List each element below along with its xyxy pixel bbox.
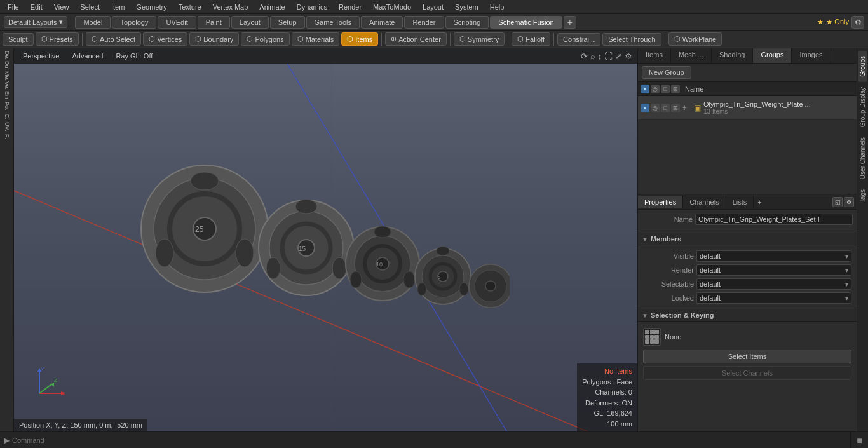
sidebar-tool-po[interactable]: Po: [1, 102, 13, 111]
add-props-tab-button[interactable]: + [754, 196, 765, 208]
layout-select[interactable]: Default Layouts ▾ [4, 16, 67, 28]
tab-layout[interactable]: Layout [231, 16, 269, 29]
tab-items[interactable]: Items [638, 48, 671, 63]
menu-dynamics[interactable]: Dynamics [292, 2, 332, 12]
pan-icon[interactable]: ↕ [598, 51, 602, 61]
ray-gl-button[interactable]: Ray GL: Off [112, 51, 156, 61]
menu-system[interactable]: System [450, 2, 484, 12]
group-list-item[interactable]: ● ◎ □ ⊞ + ▣ Olympic_Tri_Grip_Weight_Plat… [638, 96, 857, 120]
materials-button[interactable]: ⬡ Materials [292, 32, 340, 46]
sidebar-tool-me[interactable]: Me: [1, 71, 13, 80]
collapse-props-button[interactable]: ◱ [832, 197, 843, 207]
color-cell-6[interactable] [654, 335, 659, 339]
tab-game-tools[interactable]: Game Tools [306, 16, 360, 29]
polygons-button[interactable]: ⬡ Polygons [241, 32, 289, 46]
group-extra-icon[interactable]: ⊞ [671, 104, 680, 112]
sculpt-button[interactable]: Sculpt [3, 33, 34, 46]
sidebar-tool-ve[interactable]: Ve: [1, 81, 13, 90]
sidebar-tool-em[interactable]: Em: [1, 92, 13, 100]
vsidebar-tab-group-display[interactable]: Group Display [858, 82, 867, 132]
action-center-button[interactable]: ⊕ Action Center [385, 32, 447, 46]
settings-props-button[interactable]: ⚙ [844, 197, 854, 207]
sidebar-tool-c[interactable]: C: [1, 112, 13, 121]
menu-render[interactable]: Render [334, 2, 367, 12]
tab-groups[interactable]: Groups [753, 48, 792, 63]
menu-file[interactable]: File [3, 2, 24, 12]
locked-dropdown[interactable]: default ▾ [696, 292, 851, 304]
items-button[interactable]: ⬡ Items [341, 32, 378, 46]
color-cell-5[interactable] [650, 335, 654, 339]
menu-geometry[interactable]: Geometry [131, 2, 172, 12]
group-vis-icon[interactable]: ● [641, 104, 649, 112]
advanced-button[interactable]: Advanced [68, 51, 107, 61]
tab-render[interactable]: Render [404, 16, 444, 29]
falloff-button[interactable]: ⬡ Falloff [512, 32, 550, 46]
vsidebar-tab-groups[interactable]: Groups [858, 51, 867, 82]
tab-lists[interactable]: Lists [726, 196, 754, 208]
tab-animate[interactable]: Animate [361, 16, 403, 29]
tab-channels[interactable]: Channels [683, 196, 726, 208]
tab-scripting[interactable]: Scripting [445, 16, 489, 29]
settings-vp-icon[interactable]: ⚙ [625, 51, 632, 61]
menu-texture[interactable]: Texture [173, 2, 207, 12]
viewport[interactable]: Perspective Advanced Ray GL: Off ⟳ ⌕ ↕ ⛶… [14, 48, 637, 431]
tab-mesh[interactable]: Mesh ... [671, 48, 712, 63]
color-cell-7[interactable] [645, 339, 649, 344]
new-group-button[interactable]: New Group [642, 66, 691, 79]
tab-model[interactable]: Model [75, 16, 111, 29]
selectable-dropdown[interactable]: default ▾ [696, 278, 851, 290]
perspective-button[interactable]: Perspective [19, 51, 63, 61]
select-through-button[interactable]: Select Through [602, 33, 661, 46]
sidebar-tool-du[interactable]: Du: [1, 61, 13, 70]
auto-select-button[interactable]: ⬡ Auto Select [86, 32, 141, 46]
constraints-button[interactable]: Constrai... [557, 33, 600, 46]
color-cell-1[interactable] [645, 330, 649, 334]
menu-view[interactable]: View [49, 2, 74, 12]
add-layout-tab-button[interactable]: + [564, 16, 576, 29]
command-input[interactable] [12, 437, 846, 444]
color-grid[interactable] [643, 328, 661, 346]
menu-maxtomodo[interactable]: MaxToModo [368, 2, 416, 12]
menu-select[interactable]: Select [75, 2, 105, 12]
sidebar-tool-de[interactable]: De: [1, 51, 13, 60]
maximize-icon[interactable]: ⤢ [615, 51, 622, 61]
menu-help[interactable]: Help [485, 2, 510, 12]
sidebar-tool-f[interactable]: F: [1, 132, 13, 141]
visible-dropdown[interactable]: default ▾ [696, 250, 851, 262]
symmetry-button[interactable]: ⬡ Symmetry [454, 32, 505, 46]
select-items-button[interactable]: Select Items [643, 350, 851, 363]
color-cell-2[interactable] [650, 330, 654, 334]
members-section-header[interactable]: ▼ Members [638, 233, 857, 245]
rotate-icon[interactable]: ⟳ [581, 51, 588, 61]
color-cell-4[interactable] [645, 335, 649, 339]
settings-button[interactable]: ⚙ [851, 16, 864, 29]
menu-layout[interactable]: Layout [417, 2, 449, 12]
select-channels-button[interactable]: Select Channels [643, 366, 851, 380]
presets-button[interactable]: ⬡ Presets [36, 32, 79, 46]
fit-icon[interactable]: ⛶ [604, 51, 613, 61]
menu-animate[interactable]: Animate [254, 2, 290, 12]
tab-topology[interactable]: Topology [112, 16, 156, 29]
sel-keying-section-header[interactable]: ▼ Selection & Keying [638, 309, 857, 322]
tab-images[interactable]: Images [792, 48, 831, 63]
sidebar-tool-uv[interactable]: UV: [1, 122, 13, 131]
tab-shading[interactable]: Shading [712, 48, 753, 63]
menu-vertex-map[interactable]: Vertex Map [208, 2, 254, 12]
vertices-button[interactable]: ⬡ Vertices [143, 32, 187, 46]
tab-uvedit[interactable]: UVEdit [158, 16, 196, 29]
vsidebar-tab-user-channels[interactable]: User Channels [858, 132, 867, 184]
tab-paint[interactable]: Paint [198, 16, 230, 29]
menu-edit[interactable]: Edit [25, 2, 48, 12]
group-lock-icon[interactable]: □ [661, 104, 670, 112]
group-expand-icon[interactable]: + [682, 104, 691, 112]
boundary-button[interactable]: ⬡ Boundary [189, 32, 239, 46]
color-cell-9[interactable] [654, 339, 659, 344]
group-render-icon[interactable]: ◎ [651, 104, 660, 112]
viewport-scene[interactable]: 25 15 10 [14, 64, 637, 431]
zoom-icon[interactable]: ⌕ [590, 51, 595, 61]
tab-setup[interactable]: Setup [270, 16, 305, 29]
tab-schematic-fusion[interactable]: Schematic Fusion [490, 16, 562, 29]
color-cell-8[interactable] [650, 339, 654, 344]
color-cell-3[interactable] [654, 330, 659, 334]
render-dropdown[interactable]: default ▾ [696, 264, 851, 276]
